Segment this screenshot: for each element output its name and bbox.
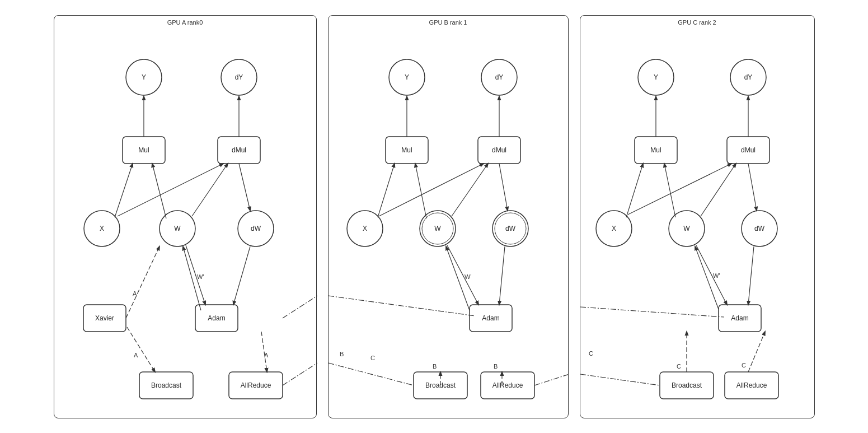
gpu-c-C-label1: C (677, 363, 681, 370)
gpu-c-dY-label: dY (744, 73, 752, 81)
gpu-a-Y-label: Y (141, 73, 146, 81)
gpu-b-C-label: C (370, 355, 375, 361)
gpu-b-Y-label: Y (404, 73, 409, 81)
gpu-c-C-label2: C (742, 362, 746, 369)
gpu-a-A-label-broadcast: A (134, 352, 138, 358)
gpu-b-edge-cross-A2 (329, 296, 475, 316)
gpu-c-edge-X-dMul (628, 164, 731, 215)
gpu-b-X-label: X (362, 225, 367, 232)
gpu-b-dY-label: dY (495, 73, 503, 81)
gpu-b-edge-W-Mul (415, 164, 426, 218)
gpu-c-edge-dMul-dW (748, 164, 757, 211)
gpu-c-title: GPU C rank 2 (678, 19, 716, 26)
gpu-b-edge-dMul-dW (499, 164, 508, 211)
gpu-c-edge-W-Mul (664, 164, 675, 217)
main-container: GPU A rank0 Y dY Mul dMul (0, 0, 868, 433)
gpu-c-Adam-label: Adam (731, 314, 748, 322)
gpu-c-Broadcast-label: Broadcast (671, 381, 702, 389)
gpu-a-dY-label: dY (234, 73, 243, 81)
gpu-c-edge-C-allreduce (748, 332, 765, 372)
gpu-a-edge-X-dMul (118, 164, 223, 216)
gpu-c-box: GPU C rank 2 Y dY Mul dMul X (580, 15, 815, 418)
gpu-b-dW-label: dW (505, 225, 516, 232)
gpu-a-Xavier-label: Xavier (95, 314, 114, 322)
gpu-b-AllReduce-label: AllReduce (492, 381, 523, 389)
gpu-b-edge-cross-C (534, 374, 569, 385)
gpu-c-edge-dW-Adam (748, 246, 754, 305)
gpu-a-edge-dMul-dW (239, 164, 250, 211)
gpu-b-title: GPU B rank 1 (429, 19, 467, 26)
gpu-a-box: GPU A rank0 Y dY Mul dMul (54, 15, 317, 418)
gpu-a-Adam-label: Adam (208, 314, 225, 322)
gpu-c-edge-W-Adam (696, 245, 727, 305)
gpu-a-dMul-label: dMul (231, 146, 246, 154)
gpu-a-edge-Xavier-W (126, 246, 159, 318)
gpu-b-dMul-label: dMul (491, 146, 506, 154)
gpu-c-dW-label: dW (754, 225, 765, 232)
gpu-a-edge-W-Mul (152, 164, 166, 218)
gpu-b-B-label3: B (340, 351, 344, 357)
gpu-b-Adam-label: Adam (482, 314, 499, 322)
gpu-a-A-label-allreduce: A (264, 352, 269, 358)
gpu-a-Broadcast-label: Broadcast (151, 381, 181, 389)
gpu-b-Mul-label: Mul (401, 146, 412, 154)
gpu-c-AllReduce-label: AllReduce (736, 381, 767, 389)
gpu-b-edge-W-dMul (452, 164, 488, 216)
gpu-c-dMul-label: dMul (740, 146, 755, 154)
gpu-a-Wprime-label: W' (197, 273, 204, 280)
gpu-a-title: GPU A rank0 (167, 19, 203, 26)
gpu-a-edge-W-dMul (192, 164, 228, 216)
gpu-a-W-label: W (174, 225, 181, 232)
gpu-b-Wprime-label: W' (465, 273, 471, 280)
gpu-a-edge-adam-cross (283, 296, 317, 318)
gpu-b-edge-dW-Adam (499, 246, 505, 305)
gpu-b-box: GPU B rank 1 Y dY Mul dMul X (328, 15, 569, 418)
gpu-c-Mul-label: Mul (650, 146, 661, 154)
gpu-a-X-label: X (99, 225, 104, 232)
gpu-c-edge-X-Mul (626, 164, 643, 217)
gpu-b-edge-X-dMul (379, 164, 484, 216)
gpu-a-edge-tobroadcast (127, 327, 155, 372)
gpu-c-edge-cross1 (580, 374, 660, 385)
gpu-c-C-label3: C (589, 350, 593, 357)
gpu-a-AllReduce-label: AllReduce (240, 381, 271, 389)
gpu-a-edge-X-Mul (115, 164, 133, 217)
gpu-b-B-label1: B (433, 363, 437, 370)
gpu-a-A-label-xavier: A (133, 290, 137, 297)
gpu-c-edge-W-dMul (701, 164, 736, 216)
gpu-a-Mul-label: Mul (138, 146, 149, 154)
gpu-c-Wprime-label: W' (713, 272, 720, 279)
gpu-b-edge-cross-A (329, 363, 414, 385)
gpu-c-X-label: X (611, 225, 616, 232)
gpu-b-B-label2: B (494, 363, 498, 370)
gpu-b-W-label: W (434, 225, 441, 232)
gpu-b-edge-W-Adam (447, 245, 478, 305)
gpu-c-edge-cross2 (580, 307, 724, 317)
gpu-a-dW-label: dW (251, 225, 261, 232)
gpu-a-edge-allreduce-cross1 (283, 363, 317, 385)
gpu-a-edge-dW-Adam (233, 246, 250, 305)
gpu-c-Y-label: Y (653, 73, 658, 81)
gpu-c-W-label: W (683, 225, 690, 232)
